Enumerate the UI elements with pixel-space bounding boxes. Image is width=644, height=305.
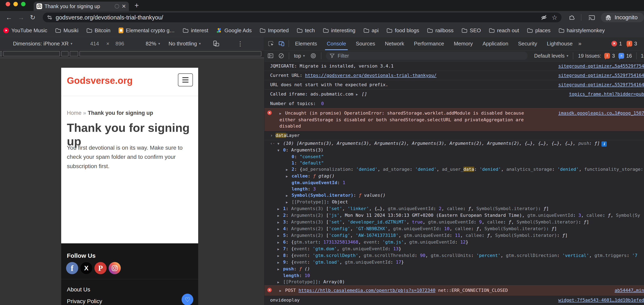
expand-caret-icon[interactable]: ▶ bbox=[286, 166, 292, 173]
inspect-element-icon[interactable] bbox=[268, 40, 274, 47]
extensions-icon[interactable] bbox=[568, 14, 575, 21]
source-link[interactable]: siteground-optimizer…5a45529f7541 bbox=[558, 63, 644, 69]
rotate-device-icon[interactable] bbox=[212, 40, 220, 47]
bookmark-item[interactable]: Musiki bbox=[55, 27, 78, 34]
devtools-tab-console[interactable]: Console bbox=[322, 37, 351, 50]
facebook-icon[interactable]: f bbox=[66, 262, 78, 274]
source-link[interactable]: imasdk.googleapis.co…1#goog_15071 bbox=[558, 110, 644, 116]
close-window-button[interactable] bbox=[6, 2, 10, 6]
expand-caret-icon[interactable]: ▶ bbox=[278, 226, 283, 232]
bookmark-item[interactable]: api bbox=[364, 27, 379, 34]
instagram-icon[interactable] bbox=[108, 262, 121, 274]
expand-caret-icon[interactable]: ▶ bbox=[278, 219, 283, 225]
console-filter-input[interactable]: Filter bbox=[326, 52, 528, 60]
bookmark-item[interactable]: reach out bbox=[489, 27, 519, 34]
devtools-tab-network[interactable]: Network bbox=[380, 37, 409, 50]
new-tab-button[interactable]: + bbox=[134, 1, 139, 10]
media-query-segment[interactable] bbox=[80, 51, 262, 56]
bookmark-item[interactable]: hairstylemonkey bbox=[559, 27, 605, 34]
expand-caret-icon[interactable]: ▶ bbox=[278, 233, 283, 239]
expand-caret-icon[interactable]: ▶ bbox=[286, 192, 292, 199]
devtools-tab-sources[interactable]: Sources bbox=[351, 37, 380, 50]
device-dimensions-select[interactable]: Dimensions: iPhone XR bbox=[13, 41, 69, 47]
bookmark-item[interactable]: tech bbox=[297, 27, 315, 34]
media-query-segment[interactable] bbox=[3, 51, 60, 56]
log-levels-select[interactable]: Default levels bbox=[534, 53, 564, 59]
source-link[interactable]: ab54447…min. bbox=[614, 287, 644, 293]
expand-caret-icon[interactable]: ▶ bbox=[278, 253, 283, 259]
reload-button[interactable]: ↻ bbox=[30, 14, 36, 21]
expand-caret-icon[interactable]: ▼ bbox=[278, 147, 283, 154]
expand-caret-icon[interactable]: ▼ bbox=[278, 141, 283, 147]
media-query-segment[interactable] bbox=[70, 51, 78, 56]
context-select[interactable]: top bbox=[294, 53, 301, 59]
zoom-select[interactable]: 82% bbox=[146, 41, 156, 47]
forward-button[interactable]: → bbox=[18, 14, 24, 21]
more-options-icon[interactable]: ⋮ bbox=[237, 40, 243, 47]
maximize-window-button[interactable] bbox=[21, 2, 26, 6]
bookmark-item[interactable]: Google Ads bbox=[216, 27, 252, 34]
site-logo[interactable]: Godsverse.org bbox=[67, 75, 133, 86]
device-height-input[interactable]: 896 bbox=[116, 41, 124, 47]
throttling-select[interactable]: No throttling bbox=[168, 41, 197, 47]
media-query-segment[interactable] bbox=[0, 51, 2, 56]
expand-caret-icon[interactable]: ▶ bbox=[278, 259, 283, 266]
pinterest-icon[interactable]: P bbox=[94, 262, 106, 274]
media-query-segment[interactable] bbox=[61, 51, 68, 56]
source-link[interactable]: siteground-optimizer…5529f754164. bbox=[558, 82, 644, 88]
expand-caret-icon[interactable]: ▶ bbox=[286, 173, 292, 179]
issues-badge-icon[interactable]: ! bbox=[626, 41, 632, 47]
expand-caret-icon[interactable]: ▶ bbox=[286, 199, 292, 205]
bookmark-item[interactable]: food blogs bbox=[387, 27, 419, 34]
live-expression-eye-icon[interactable] bbox=[310, 53, 316, 59]
cast-icon[interactable] bbox=[588, 15, 595, 21]
device-toolbar-toggle-icon[interactable] bbox=[278, 40, 285, 47]
address-bar[interactable]: godsverse.org/devotionals-trial-thankyou… bbox=[43, 13, 562, 22]
bookmark-item[interactable]: Elemental crypto g… bbox=[118, 27, 175, 34]
console-error-badge-icon[interactable]: ✕ bbox=[611, 41, 617, 47]
source-link[interactable]: topics_frame.html?bidder=pubm bbox=[569, 91, 644, 97]
expand-caret-icon[interactable]: ▶ bbox=[278, 279, 283, 285]
bookmark-item[interactable]: interesting bbox=[323, 27, 356, 34]
footer-link-about[interactable]: About Us bbox=[67, 286, 90, 293]
minimize-window-button[interactable] bbox=[13, 2, 18, 6]
back-button[interactable]: ← bbox=[6, 14, 12, 21]
devtools-tab-elements[interactable]: Elements bbox=[290, 37, 322, 50]
device-width-input[interactable]: 414 bbox=[90, 41, 99, 47]
preview-hidden-icon[interactable] bbox=[541, 14, 547, 21]
bookmark-item[interactable]: interest bbox=[183, 27, 208, 34]
console-link[interactable]: https://htlb.casalemedia.com/openrtb/pbj… bbox=[298, 288, 436, 293]
more-tabs-button[interactable]: » bbox=[578, 40, 582, 47]
issues-summary-label[interactable]: 19 Issues: bbox=[578, 53, 601, 59]
console-sidebar-icon[interactable] bbox=[267, 53, 274, 59]
bookmark-item[interactable]: Bitcoin bbox=[86, 27, 110, 34]
like-fab-button[interactable]: ♡ bbox=[182, 294, 193, 305]
devtools-tab-lighthouse[interactable]: Lighthouse bbox=[542, 37, 577, 50]
browser-tab[interactable]: Thank you for signing up ✕ bbox=[34, 2, 129, 11]
expand-caret-icon[interactable]: ▶ bbox=[356, 91, 362, 98]
devtools-tab-performance[interactable]: Performance bbox=[409, 37, 449, 50]
expand-caret-icon[interactable]: ▶ bbox=[278, 206, 283, 212]
source-link[interactable]: widget-7f5ae543-4601…1dd10b1efed7 bbox=[558, 297, 644, 303]
devtools-tab-memory[interactable]: Memory bbox=[449, 37, 478, 50]
expand-caret-icon[interactable]: ▶ bbox=[278, 266, 283, 272]
x-twitter-icon[interactable]: X bbox=[80, 262, 92, 274]
expand-caret-icon[interactable]: ▶ bbox=[280, 110, 285, 117]
bookmark-item[interactable]: SEO bbox=[462, 27, 481, 34]
expand-caret-icon[interactable]: ▶ bbox=[278, 239, 283, 246]
bookmark-star-icon[interactable]: ☆ bbox=[552, 14, 558, 21]
site-info-icon[interactable] bbox=[47, 15, 52, 20]
breadcrumb-home-link[interactable]: Home bbox=[67, 110, 82, 116]
console-link[interactable]: https://godsverse.org/devotionals-trial-… bbox=[305, 73, 436, 78]
devtools-tab-security[interactable]: Security bbox=[513, 37, 542, 50]
bookmark-item[interactable]: YouTube Music bbox=[3, 27, 47, 34]
expand-caret-icon[interactable]: ▶ bbox=[280, 287, 285, 294]
hamburger-menu-button[interactable] bbox=[178, 73, 193, 86]
devtools-tab-application[interactable]: Application bbox=[478, 37, 513, 50]
clear-console-icon[interactable] bbox=[278, 53, 284, 59]
expand-caret-icon[interactable]: ▶ bbox=[278, 212, 283, 219]
bookmark-item[interactable]: places bbox=[527, 27, 550, 34]
expand-caret-icon[interactable]: ▶ bbox=[278, 246, 283, 252]
tab-close-icon[interactable]: ✕ bbox=[122, 4, 126, 9]
footer-link-privacy[interactable]: Privacy Policy bbox=[67, 298, 102, 304]
